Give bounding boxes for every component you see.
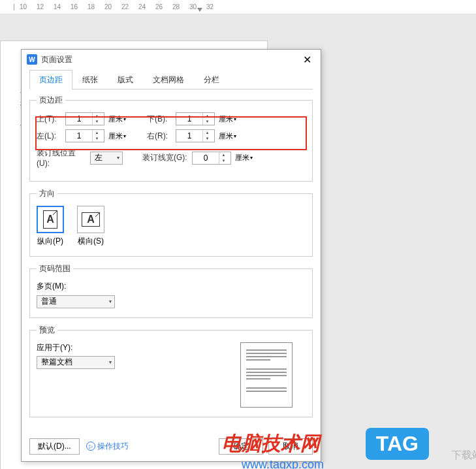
app-icon: W	[27, 54, 37, 65]
close-icon[interactable]: ✕	[299, 52, 315, 67]
margin-bottom-label: 下(B):	[147, 114, 173, 125]
margin-bottom-input[interactable]: ▲▼	[176, 112, 215, 125]
ruler-mark: 16	[71, 3, 78, 10]
spin-up-icon[interactable]: ▲	[203, 130, 212, 136]
gutter-width-input[interactable]: ▲▼	[192, 152, 231, 165]
spin-up-icon[interactable]: ▲	[219, 152, 228, 158]
gutter-width-unit[interactable]: 厘米	[234, 152, 254, 163]
spin-down-icon[interactable]: ▼	[93, 136, 101, 142]
tips-link[interactable]: ▷ 操作技巧	[86, 441, 129, 452]
page-preview-icon	[240, 342, 293, 408]
dialog-tabs: 页边距 纸张 版式 文档网格 分栏	[29, 69, 313, 89]
margin-right-input[interactable]: ▲▼	[176, 129, 215, 142]
watermark-tag: TAG	[366, 428, 429, 460]
ruler-mark: 26	[155, 3, 163, 10]
page-setup-dialog: W 页面设置 ✕ 页边距 纸张 版式 文档网格 分栏 页边距 上(T): ▲▼	[21, 49, 321, 462]
landscape-icon: A	[82, 212, 100, 227]
play-icon: ▷	[86, 442, 95, 451]
orientation-group: 方向 A 纵向(P) A 横向(S)	[29, 188, 313, 257]
spin-up-icon[interactable]: ▲	[93, 113, 101, 119]
gutter-width-label: 装订线宽(G):	[142, 152, 189, 163]
spin-down-icon[interactable]: ▼	[219, 158, 228, 164]
apply-to-select[interactable]: 整篇文档	[37, 356, 115, 369]
orientation-portrait[interactable]: A 纵向(P)	[37, 206, 64, 247]
margin-right-unit[interactable]: 厘米	[217, 131, 238, 142]
ruler-mark: 30	[189, 3, 197, 10]
landscape-label: 横向(S)	[78, 236, 104, 247]
apply-to-label: 应用于(Y):	[37, 342, 115, 353]
spin-down-icon[interactable]: ▼	[203, 136, 212, 142]
margin-left-input[interactable]: ▲▼	[65, 129, 104, 142]
watermark-url: www.tagxp.com	[242, 458, 324, 469]
spin-up-icon[interactable]: ▲	[93, 130, 101, 136]
preview-legend: 预览	[37, 325, 57, 336]
orientation-landscape[interactable]: A 横向(S)	[77, 206, 104, 247]
watermark-site: 下载站	[451, 449, 476, 462]
ruler: | 10 12 14 16 18 20 22 24 26 28 30 32	[0, 0, 476, 14]
ruler-mark: 28	[172, 3, 180, 10]
multi-page-select[interactable]: 普通	[37, 295, 115, 308]
margins-legend: 页边距	[37, 95, 65, 106]
multi-page-label: 多页(M):	[37, 281, 306, 292]
portrait-label: 纵向(P)	[37, 236, 63, 247]
ruler-mark: 20	[104, 3, 112, 10]
watermark-brand: 电脑技术网	[222, 430, 320, 457]
ruler-mark: 18	[87, 3, 95, 10]
margin-top-label: 上(T):	[37, 114, 63, 125]
ruler-mark: 22	[121, 3, 129, 10]
gutter-pos-label: 装订线位置(U):	[37, 148, 87, 168]
margin-left-unit[interactable]: 厘米	[107, 131, 127, 142]
ruler-mark: 10	[20, 3, 27, 10]
margin-bottom-unit[interactable]: 厘米	[217, 114, 238, 125]
margin-left-label: 左(L):	[37, 131, 63, 142]
default-button[interactable]: 默认(D)...	[29, 438, 80, 455]
spin-down-icon[interactable]: ▼	[203, 119, 212, 125]
spin-down-icon[interactable]: ▼	[93, 119, 101, 125]
ruler-mark: 32	[206, 3, 214, 10]
ruler-mark: 14	[54, 3, 61, 10]
portrait-icon: A	[43, 210, 57, 229]
tab-paper[interactable]: 纸张	[72, 70, 108, 89]
tab-columns[interactable]: 分栏	[194, 70, 229, 89]
ruler-mark: 24	[138, 3, 146, 10]
tab-grid[interactable]: 文档网格	[143, 70, 194, 89]
orientation-legend: 方向	[37, 188, 57, 199]
preview-group: 预览 应用于(Y): 整篇文档	[29, 325, 313, 417]
pages-legend: 页码范围	[37, 263, 73, 274]
dialog-titlebar: W 页面设置 ✕	[22, 50, 321, 69]
margin-top-unit[interactable]: 厘米	[107, 114, 127, 125]
margins-group: 页边距 上(T): ▲▼ 厘米 下(B):	[29, 95, 313, 182]
ruler-mark: 12	[37, 3, 44, 10]
ruler-cursor-icon	[197, 8, 202, 12]
gutter-pos-select[interactable]: 左	[90, 152, 123, 165]
dialog-title: 页面设置	[41, 54, 72, 65]
pages-group: 页码范围 多页(M): 普通	[29, 263, 313, 318]
margin-top-input[interactable]: ▲▼	[65, 112, 104, 125]
margin-right-label: 右(R):	[147, 131, 173, 142]
tab-margins[interactable]: 页边距	[29, 70, 72, 89]
spin-up-icon[interactable]: ▲	[203, 113, 212, 119]
tab-layout[interactable]: 版式	[108, 70, 143, 89]
